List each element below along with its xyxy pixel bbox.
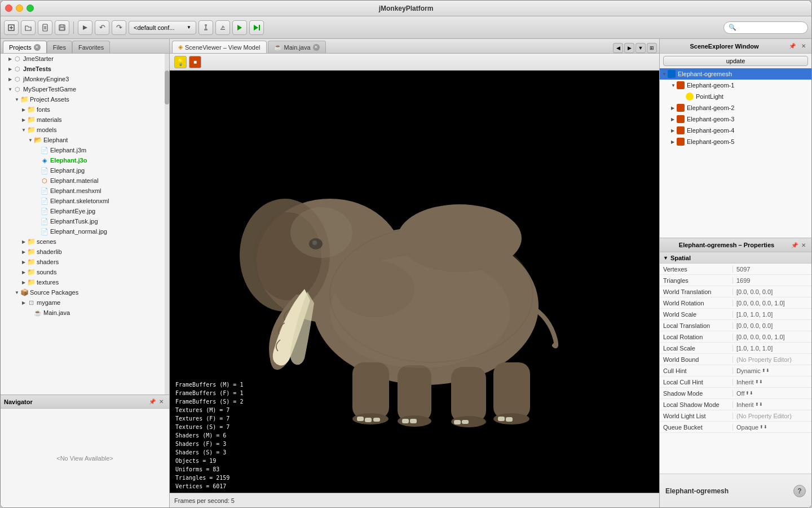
tree-item-elephant-j3m[interactable]: 📄Elephant.j3m <box>1 145 169 155</box>
tree-item-materials[interactable]: ▶📁materials <box>1 115 169 125</box>
scene-icon-mesh-elephant-geom-2 <box>677 104 685 112</box>
tree-item-main-java[interactable]: ☕Main.java <box>1 308 169 318</box>
properties-close-btn[interactable]: ✕ <box>799 240 808 249</box>
prop-dropdown-11[interactable]: Off⬆⬇ <box>736 390 756 397</box>
new-project-btn[interactable] <box>4 20 19 35</box>
main-content: Projects ✕ Files Favorites ▶⬡JmeStarter▶… <box>1 39 811 507</box>
prop-value-9[interactable]: Dynamic⬆⬇ <box>733 367 811 374</box>
tab-maximize-btn[interactable]: ⊞ <box>647 43 657 53</box>
play-btn[interactable] <box>232 20 247 35</box>
tab-mainjava[interactable]: ☕ Main.java ✕ <box>268 41 326 53</box>
prop-dropdown-14[interactable]: Opaque⬆⬇ <box>736 424 770 431</box>
prop-value-10[interactable]: Inherit⬆⬇ <box>733 379 811 386</box>
scene-tree-item-elephant-geom-3[interactable]: ▶Elephant-geom-3 <box>660 113 811 125</box>
tree-item-jmestarter[interactable]: ▶⬡JmeStarter <box>1 54 169 64</box>
debug-btn[interactable] <box>249 20 264 35</box>
light-btn[interactable]: 💡 <box>174 56 187 68</box>
tree-item-elephanteye-jpg[interactable]: 📄ElephantEye.jpg <box>1 206 169 216</box>
tree-item-fonts[interactable]: ▶📁fonts <box>1 104 169 115</box>
navigator-close-btn[interactable]: ✕ <box>157 397 166 406</box>
scene-tree-item-elephant-geom-5[interactable]: ▶Elephant-geom-5 <box>660 136 811 147</box>
scrollbar-thumb[interactable] <box>165 71 169 104</box>
tab-favorites[interactable]: Favorites <box>72 41 110 53</box>
run-all-btn[interactable] <box>215 20 230 35</box>
tree-item-elephant-folder[interactable]: ▼📂Elephant <box>1 135 169 145</box>
scene-explorer-close-btn[interactable]: ✕ <box>799 42 808 51</box>
search-box[interactable]: 🔍 <box>723 21 808 34</box>
search-input[interactable] <box>739 24 806 31</box>
arrow-closed: ▶ <box>21 238 27 245</box>
prop-row-9[interactable]: Cull HintDynamic⬆⬇ <box>660 365 811 376</box>
open-file-btn[interactable] <box>38 20 52 35</box>
build-btn[interactable] <box>78 20 92 35</box>
tab-projects-close[interactable]: ✕ <box>34 44 41 51</box>
tab-next-btn[interactable]: ▶ <box>624 43 634 53</box>
scene-item-label-elephant-geom-5: Elephant-geom-5 <box>687 138 734 145</box>
tree-item-sounds[interactable]: ▶📁sounds <box>1 267 169 277</box>
tab-sceneviewer[interactable]: ◈ SceneViewer – View Model <box>172 41 267 53</box>
prop-value-14[interactable]: Opaque⬆⬇ <box>733 424 811 431</box>
svg-rect-13 <box>220 29 225 30</box>
item-label-elephant-j3o: Elephant.j3o <box>50 157 87 164</box>
tree-item-elephant-normal-jpg[interactable]: 📄Elephant_normal.jpg <box>1 226 169 237</box>
prop-row-14[interactable]: Queue BucketOpaque⬆⬇ <box>660 422 811 433</box>
model-btn[interactable]: ■ <box>189 56 201 68</box>
tab-projects[interactable]: Projects ✕ <box>3 41 47 53</box>
tree-item-elephant-meshxml[interactable]: 📄Elephant.meshxml <box>1 186 169 196</box>
tree-scrollbar[interactable] <box>165 54 169 395</box>
close-button[interactable] <box>5 5 12 12</box>
prop-dropdown-12[interactable]: Inherit⬆⬇ <box>736 401 765 408</box>
tab-files[interactable]: Files <box>47 41 72 53</box>
scene-explorer-pin-btn[interactable]: 📌 <box>788 42 797 51</box>
tree-item-shaders[interactable]: ▶📁shaders <box>1 257 169 267</box>
tree-item-shaderlib[interactable]: ▶📁shaderlib <box>1 247 169 257</box>
prop-label-5: Local Translation <box>660 322 733 329</box>
tree-item-textures[interactable]: ▶📁textures <box>1 277 169 287</box>
tree-item-elephanttusk-jpg[interactable]: 📄ElephantTusk.jpg <box>1 216 169 226</box>
scene-tree-item-elephant-geom-1-parent[interactable]: ▼Elephant-geom-1 <box>660 80 811 91</box>
toolbar: ↶ ↷ <default conf... ▼ 🔍 <box>1 16 811 39</box>
tab-prev-btn[interactable]: ◀ <box>613 43 623 53</box>
tree-item-jmonkeyengine3[interactable]: ▶⬡jMonkeyEngine3 <box>1 74 169 84</box>
prop-value-12[interactable]: Inherit⬆⬇ <box>733 401 811 408</box>
scene-tree-item-pointlight[interactable]: PointLight <box>660 91 811 102</box>
hammer-btn[interactable] <box>198 20 213 35</box>
viewer-area[interactable]: FrameBuffers (M) = 1 FrameBuffers (F) = … <box>170 71 659 507</box>
tree-item-elephant-j3o[interactable]: ◈Elephant.j3o <box>1 155 169 165</box>
stat-line-11: Uniforms = 83 <box>175 465 243 474</box>
prop-value-11[interactable]: Off⬆⬇ <box>733 390 811 397</box>
tree-item-models[interactable]: ▼📁models <box>1 125 169 135</box>
tree-item-elephant-material[interactable]: ⬡Elephant.material <box>1 176 169 186</box>
tree-item-source-packages[interactable]: ▼📦Source Packages <box>1 287 169 297</box>
scene-tree-item-elephant-ogremesh[interactable]: ▼Elephant-ogremesh <box>660 68 811 80</box>
tree-item-scenes[interactable]: ▶📁scenes <box>1 237 169 247</box>
tree-item-jmetests[interactable]: ▶⬡JmeTests <box>1 64 169 74</box>
scene-tree-item-elephant-geom-2[interactable]: ▶Elephant-geom-2 <box>660 102 811 113</box>
tree-item-elephant-jpg[interactable]: 📄Elephant.jpg <box>1 165 169 176</box>
scene-item-label-elephant-geom-3: Elephant-geom-3 <box>687 116 734 122</box>
prop-dropdown-10[interactable]: Inherit⬆⬇ <box>736 379 765 386</box>
open-project-btn[interactable] <box>21 20 36 35</box>
prop-dropdown-9[interactable]: Dynamic⬆⬇ <box>736 367 772 374</box>
save-btn[interactable] <box>55 20 69 35</box>
tree-item-mygame[interactable]: ▶⊡mygame <box>1 297 169 308</box>
tree-item-elephant-skeletonxml[interactable]: 📄Elephant.skeletonxml <box>1 196 169 206</box>
prop-row-11[interactable]: Shadow ModeOff⬆⬇ <box>660 388 811 399</box>
prop-row-10[interactable]: Local Cull HintInherit⬆⬇ <box>660 376 811 388</box>
prop-row-12[interactable]: Local Shadow ModeInherit⬆⬇ <box>660 399 811 410</box>
tab-menu-btn[interactable]: ▼ <box>636 43 646 53</box>
tree-item-project-assets[interactable]: ▼📁Project Assets <box>1 94 169 104</box>
maximize-button[interactable] <box>27 5 34 12</box>
left-panel: Projects ✕ Files Favorites ▶⬡JmeStarter▶… <box>1 39 170 507</box>
undo-btn[interactable]: ↶ <box>95 20 109 35</box>
config-dropdown[interactable]: <default conf... ▼ <box>129 21 196 34</box>
redo-btn[interactable]: ↷ <box>112 20 126 35</box>
scene-tree-item-elephant-geom-4[interactable]: ▶Elephant-geom-4 <box>660 125 811 136</box>
navigator-pin-btn[interactable]: 📌 <box>148 397 157 406</box>
java-tab-close[interactable]: ✕ <box>313 44 320 51</box>
minimize-button[interactable] <box>16 5 23 12</box>
properties-pin-btn[interactable]: 📌 <box>790 240 799 249</box>
tree-item-mysupertestgame[interactable]: ▼⬡MySuperTestGame <box>1 84 169 94</box>
update-button[interactable]: update <box>663 56 808 66</box>
help-button[interactable]: ? <box>793 485 806 497</box>
